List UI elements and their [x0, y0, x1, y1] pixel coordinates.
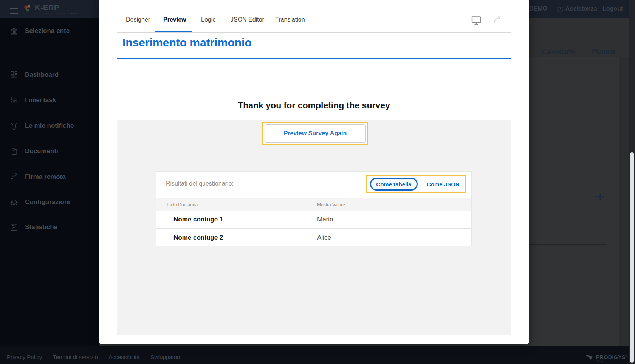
prodigys-brand: PRODIGYS®	[596, 354, 628, 360]
assistance-link[interactable]: Assistenza	[565, 5, 597, 12]
sidebar-item-documenti[interactable]: Documenti	[0, 144, 99, 158]
prodigys-logo-icon	[585, 354, 594, 362]
background-tab-planner[interactable]: Planner	[592, 48, 615, 56]
footer-link-accessibility[interactable]: Accessibilità	[108, 354, 140, 360]
tab-preview[interactable]: Preview	[163, 16, 186, 23]
background-content-panel	[529, 57, 629, 346]
view-as-table-button[interactable]: Come tabella	[370, 178, 418, 191]
background-tabs-divider	[529, 57, 629, 57]
tab-logic[interactable]: Logic	[201, 16, 215, 23]
add-event-button[interactable]: +	[596, 189, 604, 204]
tab-json-editor[interactable]: JSON Editor	[231, 16, 264, 23]
background-tab-calendario[interactable]: Calendario	[542, 48, 575, 56]
prodigys-brand-sub: Group	[597, 360, 604, 362]
scrollbar-thumb[interactable]	[630, 152, 634, 363]
sidebar-item-statistiche[interactable]: Statistiche	[0, 220, 99, 234]
results-label: Risultati del questionario:	[166, 180, 234, 187]
hamburger-menu-icon[interactable]	[10, 6, 18, 16]
survey-title-underline	[117, 58, 511, 59]
question-cell: Nome coniuge 1	[173, 211, 223, 228]
table-row: Nome coniuge 2 Alice	[156, 229, 471, 246]
survey-result-area: Preview Survey Again Risultati del quest…	[117, 120, 511, 335]
tabbar-divider	[117, 32, 511, 33]
results-view-toggle-highlight: Come tabella Come JSON	[366, 175, 466, 193]
sidebar-item-le-mie-notifiche[interactable]: Le mie notifiche	[0, 119, 99, 133]
question-cell: Nome coniuge 2	[173, 229, 223, 246]
sidebar-item-label: Dashboard	[25, 71, 59, 79]
active-tab-underline	[155, 31, 192, 32]
tenant-label: DEMO	[529, 5, 547, 12]
dashboard-icon	[10, 71, 18, 79]
sidebar-item-label: Statistiche	[25, 223, 57, 231]
tasks-icon	[10, 96, 18, 104]
footer-link-developers[interactable]: Sviluppatori	[150, 354, 180, 360]
background-panel-edge	[619, 57, 629, 346]
app-logo-title[interactable]: K-ERP	[35, 3, 59, 12]
app-logo-subtitle: ENTERPRISE RESOURCE PLANNING	[35, 12, 79, 15]
column-header-question: Titolo Domanda	[166, 202, 198, 208]
results-table-header: Titolo Domanda Mostra Valore	[156, 198, 471, 211]
view-as-json-button[interactable]: Come JSON	[427, 181, 460, 187]
table-row: Nome coniuge 1 Mario	[156, 211, 471, 228]
document-icon	[10, 147, 18, 155]
help-icon[interactable]: ?	[557, 6, 563, 12]
gear-icon	[10, 198, 18, 206]
results-panel: Risultati del questionario: Come tabella…	[156, 171, 472, 246]
stats-icon	[10, 223, 18, 231]
background-section-divider	[529, 271, 629, 271]
sidebar: Seleziona ente Dashboard I miei task Le …	[0, 18, 99, 346]
sidebar-item-label: Seleziona ente	[25, 27, 70, 35]
tab-translation[interactable]: Translation	[275, 16, 305, 23]
tab-designer[interactable]: Designer	[126, 16, 150, 23]
preview-survey-again-button[interactable]: Preview Survey Again	[265, 124, 366, 143]
logout-button[interactable]: Logout	[602, 5, 623, 12]
sidebar-item-seleziona-ente[interactable]: Seleziona ente	[0, 24, 99, 38]
rotate-orientation-icon[interactable]	[493, 15, 502, 25]
device-preview-icon[interactable]	[471, 16, 481, 25]
value-cell: Alice	[317, 229, 331, 246]
sidebar-item-firma-remota[interactable]: Firma remota	[0, 170, 99, 184]
background-field-underline	[529, 244, 607, 245]
thanks-heading: Thank you for completing the survey	[117, 101, 511, 111]
survey-creator-modal: Designer Preview Logic JSON Editor Trans…	[99, 0, 529, 344]
sidebar-item-label: Configurazioni	[25, 198, 70, 206]
column-header-value: Mostra Valore	[317, 202, 345, 208]
registered-mark: ®	[626, 355, 628, 357]
pen-icon	[10, 173, 18, 181]
bank-icon	[10, 27, 18, 35]
footer-link-privacy[interactable]: Privacy Policy	[7, 354, 42, 360]
sidebar-item-label: Le mie notifiche	[25, 122, 74, 130]
sidebar-item-i-miei-task[interactable]: I miei task	[0, 93, 99, 107]
preview-again-highlight: Preview Survey Again	[262, 122, 368, 145]
value-cell: Mario	[317, 211, 333, 228]
survey-title: Inserimento matrimonio	[122, 36, 252, 49]
sidebar-item-label: Documenti	[25, 147, 58, 155]
app-logo-mark[interactable]	[24, 4, 33, 14]
sidebar-item-label: I miei task	[25, 96, 56, 104]
sidebar-item-label: Firma remota	[25, 173, 66, 181]
sidebar-item-configurazioni[interactable]: Configurazioni	[0, 195, 99, 209]
sidebar-item-dashboard[interactable]: Dashboard	[0, 68, 99, 82]
bell-icon	[10, 122, 18, 130]
footer-link-terms[interactable]: Termini di servizio	[53, 354, 98, 360]
footer: Privacy Policy Termini di servizio Acces…	[0, 346, 635, 364]
